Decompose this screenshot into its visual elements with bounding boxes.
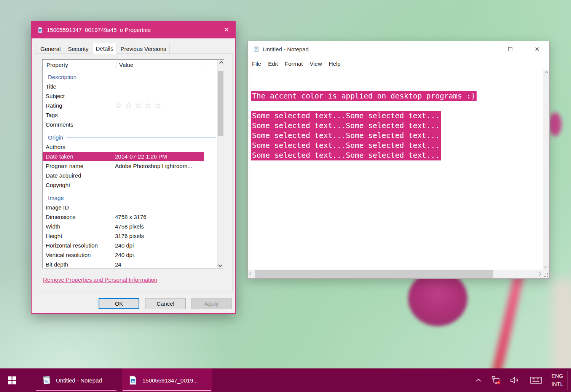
property-row-subject[interactable]: Subject — [43, 91, 204, 101]
chevron-up-icon — [545, 71, 549, 75]
menu-file[interactable]: File — [249, 60, 265, 67]
group-image: Image — [43, 193, 217, 203]
chevron-left-icon — [249, 272, 253, 276]
menu-format[interactable]: Format — [281, 60, 306, 67]
property-row-copyright[interactable]: Copyright — [43, 180, 204, 190]
column-header-value[interactable]: Value — [119, 62, 133, 68]
chevron-up-icon — [219, 61, 223, 65]
tab-previous-versions[interactable]: Previous Versions — [116, 44, 170, 54]
image-file-icon — [37, 27, 43, 33]
horizontal-scrollbar[interactable] — [248, 270, 543, 278]
taskbar-item-properties[interactable]: 15005591347_0019... — [122, 368, 212, 392]
property-row-date-acquired[interactable]: Date acquired — [43, 171, 204, 180]
minimize-button[interactable]: – — [475, 41, 492, 57]
group-divider-line — [66, 137, 216, 138]
scroll-up-button[interactable] — [543, 70, 549, 76]
taskbar-item-indicator — [123, 390, 211, 391]
show-hidden-icons-button[interactable] — [472, 368, 485, 392]
property-row-comments[interactable]: Comments — [43, 120, 204, 129]
property-row-authors[interactable]: Authors — [43, 142, 204, 152]
rating-stars[interactable]: ☆☆☆☆☆ — [115, 102, 204, 110]
taskbar: Untitled - Notepad 15005591347_0019... — [0, 368, 571, 392]
property-label: Width — [43, 223, 115, 230]
speaker-icon — [509, 375, 519, 385]
property-row-horizontal-resolution[interactable]: Horizontal resolution 240 dpi — [43, 241, 204, 250]
taskbar-item-label: Untitled - Notepad — [56, 377, 102, 384]
property-label: Authors — [43, 144, 115, 150]
star-icon[interactable]: ☆ — [125, 102, 135, 110]
star-icon[interactable]: ☆ — [144, 102, 154, 110]
tab-general[interactable]: General — [37, 44, 64, 54]
vertical-scrollbar[interactable] — [217, 60, 224, 268]
property-value: 240 dpi — [115, 252, 204, 258]
image-file-icon — [128, 375, 138, 385]
property-label: Tags — [43, 112, 115, 118]
list-header: Property Value — [43, 60, 224, 70]
wallpaper-haze — [553, 279, 571, 375]
tab-details[interactable]: Details — [92, 43, 117, 54]
language-line1: ENG — [552, 372, 563, 380]
scroll-down-button[interactable] — [218, 262, 224, 268]
property-label: Height — [43, 233, 115, 239]
column-header-property[interactable]: Property — [46, 62, 68, 68]
language-indicator[interactable]: ENG INTL — [547, 368, 567, 392]
property-row-date-taken-selected[interactable]: Date taken 2014-07-22 1:26 PM — [43, 152, 204, 161]
notepad-text-area[interactable]: The accent color is applied on desktop p… — [248, 70, 543, 270]
close-button[interactable]: ✕ — [218, 21, 235, 38]
column-divider[interactable] — [204, 61, 204, 69]
star-icon[interactable]: ☆ — [154, 102, 164, 110]
scroll-right-button[interactable] — [536, 270, 543, 278]
property-row-tags[interactable]: Tags — [43, 110, 204, 120]
property-label: Bit depth — [43, 261, 115, 268]
scroll-left-button[interactable] — [248, 270, 254, 278]
notepad-window: Untitled - Notepad – ✕ File Edit Format … — [247, 41, 550, 279]
menu-help[interactable]: Help — [325, 60, 344, 67]
property-row-rating[interactable]: Rating ☆☆☆☆☆ — [43, 101, 204, 110]
property-row-dimensions[interactable]: Dimensions 4758 x 3176 — [43, 212, 204, 222]
taskbar-item-indicator — [36, 390, 116, 391]
property-label: Rating — [43, 102, 115, 109]
property-label: Title — [43, 83, 115, 90]
ok-button[interactable]: OK — [99, 298, 139, 309]
cancel-button[interactable]: Cancel — [145, 298, 186, 309]
chevron-down-icon — [218, 263, 222, 267]
network-status-button[interactable] — [488, 368, 504, 392]
property-label: Copyright — [43, 182, 115, 188]
tab-security[interactable]: Security — [64, 44, 92, 54]
property-label: Subject — [43, 93, 115, 99]
property-row-width[interactable]: Width 4758 pixels — [43, 222, 204, 231]
property-row-program-name[interactable]: Program name Adobe Photoshop Lightroom..… — [43, 161, 204, 171]
remove-properties-link[interactable]: Remove Properties and Personal Informati… — [43, 276, 157, 283]
property-row-height[interactable]: Height 3176 pixels — [43, 231, 204, 241]
notepad-menubar: File Edit Format View Help — [248, 57, 549, 70]
apply-button[interactable]: Apply — [191, 298, 232, 309]
star-icon[interactable]: ☆ — [115, 102, 125, 110]
chevron-up-icon — [475, 378, 482, 383]
touch-keyboard-button[interactable] — [528, 368, 544, 392]
volume-button[interactable] — [507, 368, 522, 392]
property-label: Dimensions — [43, 214, 115, 220]
star-icon[interactable]: ☆ — [135, 102, 145, 110]
notepad-icon — [41, 375, 51, 385]
scroll-down-button[interactable] — [543, 263, 549, 270]
dialog-titlebar[interactable]: 15005591347_0019749a45_o Properties ✕ — [32, 21, 235, 38]
maximize-button[interactable] — [501, 41, 519, 57]
horizontal-scroll-thumb[interactable] — [255, 270, 493, 278]
menu-edit[interactable]: Edit — [265, 60, 281, 67]
start-button[interactable] — [0, 368, 24, 392]
property-row-title[interactable]: Title — [43, 82, 204, 91]
vertical-scroll-thumb[interactable] — [218, 71, 223, 136]
column-divider[interactable] — [116, 61, 116, 69]
close-button[interactable]: ✕ — [528, 41, 546, 57]
scroll-up-button[interactable] — [218, 60, 224, 66]
vertical-scrollbar[interactable] — [543, 70, 549, 270]
resize-grip[interactable] — [543, 270, 549, 278]
property-value: 2014-07-22 1:26 PM — [115, 153, 204, 160]
group-description: Description — [43, 72, 217, 82]
properties-dialog: 15005591347_0019749a45_o Properties ✕ Ge… — [31, 21, 236, 314]
property-row-image-id[interactable]: Image ID — [43, 203, 204, 212]
property-row-vertical-resolution[interactable]: Vertical resolution 240 dpi — [43, 250, 204, 260]
menu-view[interactable]: View — [306, 60, 325, 67]
property-row-bit-depth[interactable]: Bit depth 24 — [43, 260, 204, 268]
taskbar-item-notepad[interactable]: Untitled - Notepad — [35, 368, 117, 392]
